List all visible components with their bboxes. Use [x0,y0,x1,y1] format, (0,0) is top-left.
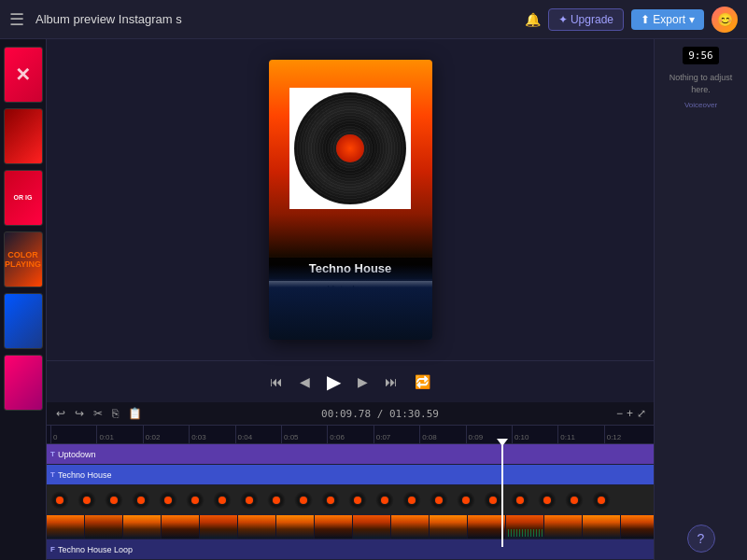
fast-forward-button[interactable]: ▶ [356,372,370,391]
preview-area: Techno House Uptodown [47,39,654,360]
sidebar-item-thumb1[interactable]: ✕ [4,47,43,103]
mini-vinyl-15 [426,487,452,513]
video-frame-15 [583,515,620,539]
right-panel-message: Nothing to adjust here. [662,72,740,95]
ruler-mark-11: 0:11 [557,426,603,443]
mini-vinyl-14 [399,487,425,513]
ruler-mark-5: 0:05 [281,426,327,443]
video-frame-3 [123,515,161,539]
ruler-mark-3: 0:03 [189,426,234,443]
video-frame-7 [276,515,314,539]
mini-vinyl-20 [561,487,587,513]
paste-button[interactable]: 📋 [126,406,144,421]
copy-button[interactable]: ⎘ [110,406,120,421]
video-frame-16 [621,515,654,539]
export-button[interactable]: ⬆ Export ▾ [631,9,704,30]
avatar-emoji: 😊 [717,12,733,27]
ruler-mark-7: 0:07 [374,426,419,443]
video-strip-bg [47,515,654,539]
right-panel-sub: Voiceover [684,101,717,109]
left-sidebar: ✕ OR IG COLORPLAYING [0,39,47,560]
controls-bar: ⏮ ◀ ▶ ▶ ⏭ 🔁 [47,360,654,402]
track-technohouse[interactable]: T Techno House [47,465,654,485]
menu-icon[interactable]: ☰ [9,9,24,30]
track-uptodown-label: T Uptodown [50,450,95,459]
video-frame-13 [506,515,543,539]
track-technohouse-label: T Techno House [50,470,111,480]
help-button[interactable]: ? [687,525,715,553]
playhead-triangle [497,439,508,446]
upgrade-button[interactable]: ✦ Upgrade [548,8,624,31]
vinyl-center [336,134,364,162]
ruler-mark-8: 0:08 [419,426,465,443]
video-preview: Techno House Uptodown [269,60,432,340]
sidebar-item-thumb6[interactable] [4,355,43,411]
mini-vinyl-3 [101,487,127,513]
ruler-mark-6: 0:06 [327,426,373,443]
time-display: 00:09.78 / 01:30.59 [149,408,611,420]
track-audio-text: Techno House Loop [58,545,133,554]
ruler-mark-2: 0:02 [143,426,189,443]
mini-vinyl-11 [317,487,344,513]
sidebar-item-thumb5[interactable] [4,293,43,349]
vinyl-record-container [289,88,411,209]
loop-button[interactable]: 🔁 [413,372,432,391]
ruler-marks: 0 0:01 0:02 0:03 0:04 0:05 0:06 0:07 0:0… [50,426,650,443]
track-video-strip[interactable] [47,515,654,539]
timeline-playhead[interactable] [501,444,503,547]
video-frame-4 [162,515,199,539]
track-bg-technohouse [47,465,654,484]
zoom-out-button[interactable]: − [616,407,623,420]
avatar[interactable]: 😊 [712,7,738,33]
skip-back-button[interactable]: ⏮ [268,372,285,391]
undo-button[interactable]: ↩ [54,406,67,421]
mini-vinyl-9 [263,487,289,513]
cut-button[interactable]: ✂ [92,406,105,421]
sidebar-item-thumb3[interactable]: OR IG [4,170,43,226]
time-display-right: 9:56 [683,47,719,64]
track-uptodown[interactable]: T Uptodown [47,444,654,465]
track-bg-uptodown [47,444,654,464]
video-frame-2 [85,515,122,539]
ruler-mark-12: 0:12 [604,426,650,443]
video-frame-9 [353,515,390,539]
ruler-mark-0: 0 [50,426,96,443]
thumb3-label: OR IG [14,193,33,202]
track-bg-audio [47,539,654,559]
export-dropdown-icon: ▾ [689,13,695,26]
play-button[interactable]: ▶ [325,369,343,395]
waveform-overlay [506,529,543,537]
sidebar-item-thumb4[interactable]: COLORPLAYING [4,231,43,287]
main-area: ✕ OR IG COLORPLAYING Techno House [0,39,747,560]
video-frame-11 [430,515,467,539]
track-audio[interactable]: F Techno House Loop [47,539,654,560]
video-frame-12 [468,515,505,539]
track-vinyl-strip[interactable] [47,485,654,515]
track-audio-label: F Techno House Loop [50,545,133,554]
ruler-mark-4: 0:04 [235,426,281,443]
mini-vinyl-7 [209,487,235,513]
skip-forward-button[interactable]: ⏭ [383,372,400,391]
timeline-toolbar: ↩ ↪ ✂ ⎘ 📋 00:09.78 / 01:30.59 − + ⤢ [47,402,654,426]
time-separator: / [377,408,389,420]
sidebar-item-thumb2[interactable] [4,108,43,164]
zoom-controls: − + ⤢ [616,407,646,420]
mini-vinyl-1 [47,487,73,513]
mini-vinyl-18 [507,487,533,513]
track-t-icon-1: T [50,450,55,458]
time-current: 00:09.78 [321,408,371,420]
track-f-icon: F [50,545,55,553]
track-t-icon-2: T [50,470,55,479]
rewind-button[interactable]: ◀ [298,372,312,391]
track-uptodown-text: Uptodown [58,450,96,459]
fit-button[interactable]: ⤢ [637,407,646,420]
redo-button[interactable]: ↪ [73,406,86,421]
video-frame-6 [238,515,275,539]
mini-vinyl-6 [182,487,208,513]
timeline-ruler: 0 0:01 0:02 0:03 0:04 0:05 0:06 0:07 0:0… [47,426,654,444]
thumb1-content: ✕ [15,63,31,86]
mini-vinyl-4 [128,487,154,513]
mini-vinyl-8 [236,487,262,513]
mini-vinyl-12 [345,487,371,513]
zoom-in-button[interactable]: + [627,407,633,420]
